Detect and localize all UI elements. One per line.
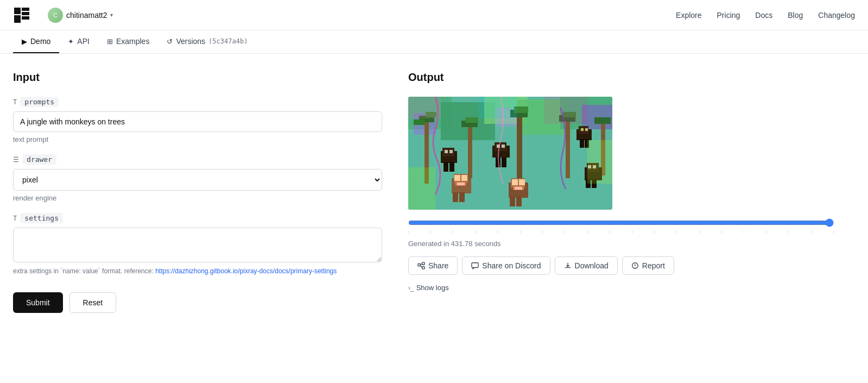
tick [811,231,812,233]
svg-rect-72 [408,167,435,210]
settings-helper-text: extra settings in `name: value` format. … [13,267,382,275]
svg-rect-60 [515,187,522,190]
svg-rect-50 [461,175,467,181]
share-button[interactable]: Share [408,256,458,275]
svg-rect-2 [22,8,29,11]
svg-line-78 [420,266,422,268]
tick [766,231,766,233]
tick [453,231,453,233]
nav-blog[interactable]: Blog [788,11,803,20]
svg-rect-20 [465,117,478,123]
svg-rect-34 [585,128,588,131]
prompts-sublabel: text prompt [13,135,382,143]
svg-rect-61 [510,197,515,206]
version-badge: (5c347a4b) [208,37,248,45]
tab-versions-label: Versions [176,37,205,46]
pixel-art-svg [408,97,612,210]
main-content: Input T prompts text prompt ☰ drawer pix… [0,54,847,330]
svg-rect-45 [445,150,448,153]
settings-textarea[interactable] [13,228,382,262]
tab-api[interactable]: ✦ API [59,30,98,53]
tab-versions[interactable]: ↺ Versions (5c347a4b) [158,30,256,53]
tab-demo[interactable]: ▶ Demo [13,30,59,53]
prompts-label: prompts [20,97,59,107]
play-icon: ▶ [22,37,27,46]
drawer-field-group: ☰ drawer pixel standard detailed anime r… [13,154,382,202]
svg-rect-21 [517,113,522,184]
download-label: Download [575,261,609,270]
report-button[interactable]: Report [622,256,674,275]
download-button[interactable]: Download [555,256,618,275]
share-label: Share [428,261,448,270]
tab-api-label: API [77,37,90,46]
tab-demo-label: Demo [30,37,50,46]
api-icon: ✦ [68,37,74,46]
list-icon: ☰ [13,156,19,164]
svg-rect-43 [443,162,448,172]
nav-links: Explore Pricing Docs Blog Changelog [676,11,855,20]
settings-field-group: T settings extra settings in `name: valu… [13,213,382,275]
svg-rect-76 [422,267,425,269]
input-panel: Input T prompts text prompt ☰ drawer pix… [13,71,382,313]
tick [587,231,588,233]
reset-button[interactable]: Reset [69,292,117,313]
svg-rect-1 [14,15,21,23]
svg-rect-28 [594,117,611,124]
svg-rect-4 [22,16,29,20]
prompts-input[interactable] [13,111,382,132]
drawer-sublabel: render engine [13,194,382,202]
user-menu[interactable]: C chitinamatt2 ▾ [48,8,113,23]
nav-changelog[interactable]: Changelog [818,11,855,20]
report-label: Report [642,261,665,270]
submit-button[interactable]: Submit [13,292,63,313]
chevron-down-icon: ▾ [110,12,113,18]
discord-label: Share on Discord [482,261,541,270]
tick [498,231,498,233]
svg-rect-44 [449,162,454,172]
settings-label: settings [20,213,63,223]
svg-rect-16 [414,120,425,125]
svg-rect-70 [544,97,587,124]
svg-rect-49 [454,175,460,181]
logo[interactable] [13,7,30,24]
nav-docs[interactable]: Docs [755,11,772,20]
tick [430,231,431,233]
nav-pricing[interactable]: Pricing [717,11,740,20]
svg-rect-62 [516,197,522,206]
tick [721,231,722,233]
navbar: C chitinamatt2 ▾ Explore Pricing Docs Bl… [0,0,868,30]
grid-icon: ⊞ [107,37,113,46]
generated-time: Generated in 431.78 seconds [408,240,834,248]
tick [676,231,677,233]
tick [520,231,521,233]
show-logs-toggle[interactable]: ›_ Show logs [408,284,834,292]
drawer-select[interactable]: pixel standard detailed anime [13,169,382,191]
share-icon [417,262,425,269]
settings-helper-link[interactable]: https://dazhizhong.gitbook.io/pixray-doc… [155,267,337,275]
progress-slider[interactable] [408,218,834,233]
svg-rect-46 [449,150,453,153]
report-icon [631,262,639,269]
settings-label-row: T settings [13,213,382,223]
prompts-label-row: T prompts [13,97,382,107]
svg-rect-57 [512,179,518,185]
discord-share-button[interactable]: Share on Discord [462,256,550,275]
svg-rect-54 [459,192,465,202]
terminal-icon: ›_ [408,284,414,292]
svg-rect-79 [472,263,478,268]
slider-input[interactable] [408,218,834,227]
settings-type-icon: T [13,215,17,222]
username-label: chitinamatt2 [66,11,107,20]
tick [610,231,610,233]
tab-examples[interactable]: ⊞ Examples [98,30,158,53]
drawer-label-row: ☰ drawer [13,154,382,165]
slider-ticks [408,231,834,233]
nav-explore[interactable]: Explore [676,11,701,20]
svg-rect-31 [580,139,584,148]
output-panel: Output [408,71,834,313]
tick [408,231,409,233]
drawer-label: drawer [22,154,56,165]
svg-rect-40 [502,145,505,148]
output-image [408,97,612,210]
text-type-icon: T [13,98,17,106]
